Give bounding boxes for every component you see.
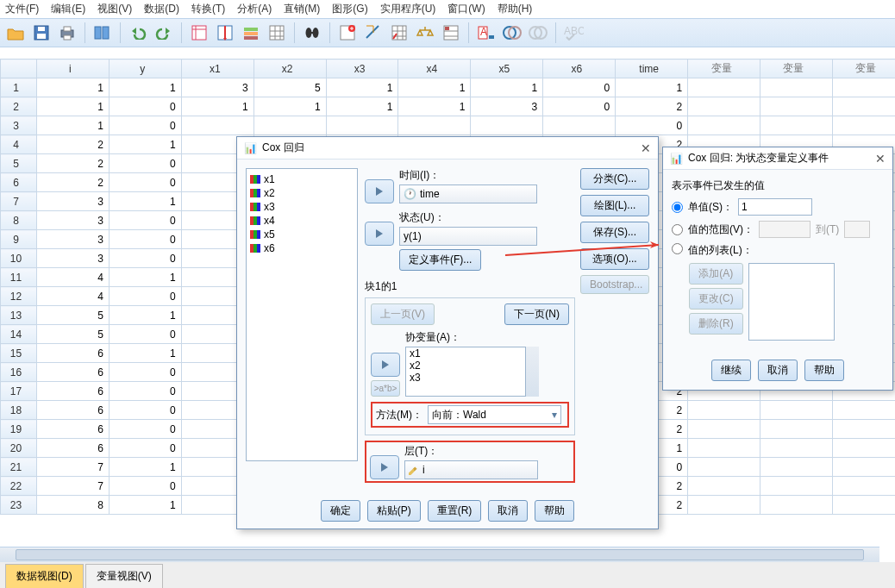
- menu-view[interactable]: 视图(V): [97, 2, 132, 16]
- column-header[interactable]: 变量: [832, 59, 895, 78]
- variable-item[interactable]: x2: [250, 186, 354, 200]
- row-header[interactable]: 14: [1, 325, 37, 344]
- define-event-button[interactable]: 定义事件(F)...: [399, 249, 481, 271]
- move-to-covariates-button[interactable]: [371, 353, 400, 377]
- column-header[interactable]: 变量: [688, 59, 760, 78]
- data-cell[interactable]: [832, 78, 895, 97]
- row-header[interactable]: 4: [1, 135, 37, 154]
- column-header[interactable]: y: [109, 59, 181, 78]
- data-cell[interactable]: 0: [109, 230, 181, 249]
- data-cell[interactable]: [832, 477, 895, 496]
- data-cell[interactable]: 7: [36, 477, 109, 496]
- variable-item[interactable]: x5: [250, 228, 354, 241]
- menu-help[interactable]: 帮助(H): [498, 2, 533, 16]
- column-header[interactable]: 变量: [760, 59, 833, 78]
- row-header[interactable]: 15: [1, 344, 37, 363]
- select-cases-icon[interactable]: [389, 22, 410, 43]
- data-cell[interactable]: 7: [36, 458, 109, 477]
- method-dropdown[interactable]: 向前：Wald▾: [428, 405, 561, 424]
- data-cell[interactable]: [688, 97, 760, 116]
- data-cell[interactable]: 3: [181, 78, 253, 97]
- menu-utilities[interactable]: 实用程序(U): [380, 2, 436, 16]
- cancel-button[interactable]: 取消: [758, 360, 798, 381]
- data-cell[interactable]: 0: [543, 97, 616, 116]
- data-cell[interactable]: 1: [109, 458, 181, 477]
- data-cell[interactable]: 1: [109, 78, 181, 97]
- row-header[interactable]: 13: [1, 306, 37, 325]
- data-cell[interactable]: [832, 401, 895, 420]
- menu-data[interactable]: 数据(D): [144, 2, 179, 16]
- reset-button[interactable]: 重置(R): [428, 500, 482, 522]
- covariates-scrollbar[interactable]: [525, 347, 539, 397]
- data-cell[interactable]: [326, 116, 398, 135]
- data-cell[interactable]: 1: [36, 116, 109, 135]
- save-button[interactable]: 保存(S)...: [580, 222, 649, 243]
- tab-variable-view[interactable]: 变量视图(V): [85, 564, 163, 588]
- data-cell[interactable]: 2: [616, 97, 688, 116]
- goto-variable-icon[interactable]: [215, 22, 235, 43]
- plots-button[interactable]: 绘图(L)...: [580, 195, 649, 216]
- range-radio[interactable]: [672, 224, 683, 235]
- row-header[interactable]: 23: [1, 496, 37, 515]
- insert-case-icon[interactable]: [337, 22, 358, 43]
- data-cell[interactable]: [688, 439, 760, 458]
- row-header[interactable]: 3: [1, 116, 37, 135]
- data-cell[interactable]: [688, 78, 760, 97]
- data-cell[interactable]: 1: [109, 192, 181, 211]
- data-cell[interactable]: 0: [109, 97, 181, 116]
- data-cell[interactable]: 1: [616, 78, 688, 97]
- covariate-item[interactable]: x3: [406, 372, 538, 384]
- menu-transform[interactable]: 转换(T): [191, 2, 225, 16]
- data-cell[interactable]: 6: [36, 363, 109, 382]
- data-cell[interactable]: [688, 496, 760, 515]
- data-cell[interactable]: 6: [36, 401, 109, 420]
- data-cell[interactable]: [832, 116, 895, 135]
- find-icon[interactable]: [302, 22, 322, 43]
- data-cell[interactable]: 0: [109, 420, 181, 439]
- row-header[interactable]: 5: [1, 154, 37, 173]
- menu-graphs[interactable]: 图形(G): [332, 2, 367, 16]
- row-header[interactable]: 17: [1, 382, 37, 401]
- single-value-input[interactable]: [738, 198, 812, 216]
- data-cell[interactable]: [688, 116, 760, 135]
- categorical-button[interactable]: 分类(C)...: [580, 168, 649, 190]
- row-header[interactable]: 20: [1, 439, 37, 458]
- data-cell[interactable]: 5: [36, 306, 109, 325]
- sets-icon[interactable]: [502, 22, 523, 43]
- row-header[interactable]: 7: [1, 192, 37, 211]
- corner-header[interactable]: [1, 59, 37, 78]
- data-cell[interactable]: [832, 496, 895, 515]
- data-cell[interactable]: 6: [36, 382, 109, 401]
- data-cell[interactable]: 3: [36, 230, 109, 249]
- data-cell[interactable]: [688, 458, 760, 477]
- data-cell[interactable]: 0: [109, 249, 181, 268]
- data-cell[interactable]: [832, 439, 895, 458]
- row-header[interactable]: 16: [1, 363, 37, 382]
- row-header[interactable]: 8: [1, 211, 37, 230]
- data-cell[interactable]: 3: [471, 97, 543, 116]
- row-header[interactable]: 12: [1, 287, 37, 306]
- row-header[interactable]: 6: [1, 173, 37, 192]
- data-cell[interactable]: [760, 439, 833, 458]
- data-cell[interactable]: 0: [109, 325, 181, 344]
- data-cell[interactable]: 4: [36, 268, 109, 287]
- data-cell[interactable]: 8: [36, 496, 109, 515]
- menu-edit[interactable]: 编辑(E): [51, 2, 85, 16]
- variable-item[interactable]: x6: [250, 241, 354, 255]
- data-cell[interactable]: 1: [109, 496, 181, 515]
- data-cell[interactable]: [543, 116, 616, 135]
- data-cell[interactable]: 1: [398, 97, 471, 116]
- options-button[interactable]: 选项(O)...: [580, 248, 649, 270]
- row-header[interactable]: 10: [1, 249, 37, 268]
- cancel-button[interactable]: 取消: [488, 500, 528, 522]
- menu-analyze[interactable]: 分析(A): [237, 2, 272, 16]
- data-cell[interactable]: 1: [326, 97, 398, 116]
- data-cell[interactable]: [181, 116, 253, 135]
- data-cell[interactable]: 1: [36, 97, 109, 116]
- print-icon[interactable]: [57, 22, 78, 43]
- move-to-strata-button[interactable]: [370, 455, 399, 479]
- data-cell[interactable]: 0: [109, 363, 181, 382]
- data-cell[interactable]: [760, 420, 833, 439]
- goto-case-icon[interactable]: [189, 22, 210, 43]
- row-header[interactable]: 22: [1, 477, 37, 496]
